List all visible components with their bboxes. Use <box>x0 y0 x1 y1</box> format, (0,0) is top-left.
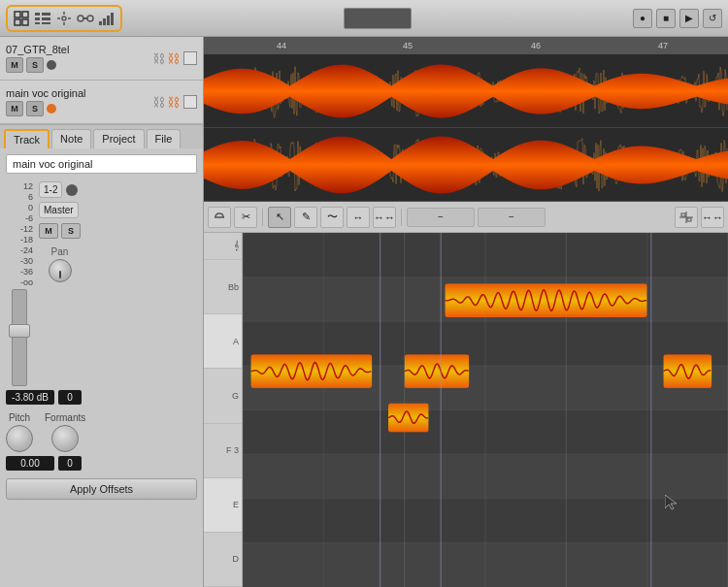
svg-rect-3 <box>22 19 28 25</box>
master-select-box[interactable]: Master <box>39 202 79 218</box>
left-panel: 07_GTR_8tel M S ⛓ ⛓ main voc original <box>0 37 204 587</box>
route-select-box[interactable]: 1-2 <box>39 181 62 198</box>
fader-label-12: 12 <box>23 181 33 191</box>
svg-rect-2 <box>15 19 20 25</box>
track-header-gtr: 07_GTR_8tel M S ⛓ ⛓ <box>0 37 203 81</box>
pan-num-value[interactable]: 0 <box>58 390 82 405</box>
roll-sep-2 <box>401 209 402 226</box>
waveform-gtr[interactable] <box>204 54 728 128</box>
cycle-btn[interactable]: ↺ <box>703 9 722 28</box>
roll-align-btn[interactable] <box>675 207 698 228</box>
svg-rect-8 <box>35 22 40 24</box>
svg-rect-9 <box>42 22 50 24</box>
fader-handle[interactable] <box>9 324 30 338</box>
fader-label-n18: -18 <box>20 235 33 245</box>
play-btn[interactable]: ▶ <box>679 9 699 28</box>
list-icon[interactable] <box>33 9 52 28</box>
roll-stretch2-btn[interactable]: ↔↔ <box>373 207 396 228</box>
master-mute-btn[interactable]: M <box>39 223 58 239</box>
ruler-45: 45 <box>403 41 413 50</box>
roll-toolbar: ✂ ↖ ✎ 〜 ↔ ↔↔ − − ↔↔ <box>204 202 728 233</box>
roll-pointer-btn[interactable]: ↖ <box>268 207 291 228</box>
fader-label-n12: -12 <box>20 224 33 234</box>
tab-track[interactable]: Track <box>4 129 50 148</box>
solo-btn-gtr[interactable]: S <box>26 57 44 73</box>
record-btn[interactable]: ● <box>633 9 652 28</box>
roll-scissors-btn[interactable]: ✂ <box>234 207 257 228</box>
fader-track[interactable] <box>12 289 27 386</box>
piano-key-e: E <box>204 478 242 533</box>
svg-rect-4 <box>35 13 40 16</box>
svg-rect-1 <box>22 12 28 17</box>
svg-rect-20 <box>107 16 110 25</box>
pitch-knob[interactable] <box>6 425 33 452</box>
grid-icon[interactable] <box>12 9 31 28</box>
waveform-tracks <box>204 54 728 202</box>
roll-eraser-btn[interactable]: 〜 <box>320 207 344 228</box>
db-value[interactable]: -3.80 dB <box>6 390 54 405</box>
master-section: Master M S <box>39 202 81 239</box>
inspector-tabs: Track Note Project File <box>0 125 203 148</box>
mute-btn-voc[interactable]: M <box>6 101 23 116</box>
chain-icon-gtr[interactable]: ⛓ <box>152 51 165 66</box>
fader-label-6: 6 <box>28 192 33 202</box>
tab-note[interactable]: Note <box>51 129 91 148</box>
tab-project[interactable]: Project <box>93 129 144 148</box>
piano-key-bb: Bb <box>204 260 242 314</box>
ruler-44: 44 <box>277 41 286 50</box>
fader-section: 12 6 0 -6 -12 -18 -24 -30 -36 -oo <box>6 181 33 386</box>
channel-dot <box>66 184 78 196</box>
roll-sep-1 <box>262 209 263 226</box>
pitch-value[interactable]: 0.00 <box>6 456 54 471</box>
edit-icon-voc[interactable]: ⛓ <box>167 95 180 110</box>
mute-btn-gtr[interactable]: M <box>6 57 23 73</box>
svg-rect-6 <box>35 17 40 20</box>
roll-content[interactable] <box>243 233 728 587</box>
formants-label: Formants <box>45 412 85 423</box>
roll-pencil-btn[interactable]: ✎ <box>294 207 317 228</box>
piano-key-clef: 𝄞 <box>204 233 242 260</box>
toolbar-icon-group <box>6 5 122 32</box>
track-headers: 07_GTR_8tel M S ⛓ ⛓ main voc original <box>0 37 203 125</box>
inspector-body: main voc original 12 6 0 -6 -12 -18 -24 … <box>0 148 203 587</box>
svg-rect-19 <box>103 18 106 25</box>
track-dot-gtr <box>47 60 56 70</box>
pitch-section: Pitch Formants <box>6 412 197 452</box>
master-solo-btn[interactable]: S <box>61 223 81 239</box>
value-row: -3.80 dB 0 <box>6 390 197 405</box>
inspector-track-name[interactable]: main voc original <box>6 154 197 174</box>
formants-knob[interactable] <box>51 425 79 452</box>
roll-link-btn[interactable] <box>208 207 231 228</box>
piano-key-d: D <box>204 533 242 587</box>
track-name-voc: main voc original <box>6 87 149 99</box>
svg-rect-18 <box>99 21 102 25</box>
piano-key-g: G <box>204 369 242 423</box>
pan-section: Pan <box>39 246 81 282</box>
ruler-46: 46 <box>531 41 541 50</box>
transport-controls: ● ■ ▶ ↺ <box>633 9 722 28</box>
chain-icon-voc[interactable]: ⛓ <box>152 95 165 110</box>
roll-zoom-btn[interactable]: ↔↔ <box>701 207 724 228</box>
ruler-47: 47 <box>658 41 668 50</box>
apply-offsets-button[interactable]: Apply Offsets <box>6 478 197 500</box>
pan-knob[interactable] <box>49 259 72 282</box>
piano-key-f3: F 3 <box>204 424 242 478</box>
edit-icon-gtr[interactable]: ⛓ <box>167 51 180 66</box>
settings-icon[interactable] <box>54 9 74 28</box>
waveform-voc[interactable] <box>204 128 728 202</box>
fader-label-n6: -6 <box>25 213 33 223</box>
meter-icon[interactable] <box>97 9 116 28</box>
roll-display-1: − <box>407 208 475 227</box>
track-name-gtr: 07_GTR_8tel <box>6 44 149 55</box>
chain-icon[interactable] <box>76 9 95 28</box>
piano-key-a: A <box>204 314 242 369</box>
formants-group: Formants <box>45 412 85 452</box>
fader-labels: 12 6 0 -6 -12 -18 -24 -30 -36 -oo <box>6 181 33 287</box>
stop-btn[interactable]: ■ <box>656 9 676 28</box>
tab-file[interactable]: File <box>147 129 182 148</box>
svg-point-16 <box>87 16 93 21</box>
formants-value[interactable]: 0 <box>58 456 82 471</box>
track-dot-voc <box>47 104 56 114</box>
solo-btn-voc[interactable]: S <box>26 101 44 116</box>
roll-stretch-btn[interactable]: ↔ <box>347 207 370 228</box>
